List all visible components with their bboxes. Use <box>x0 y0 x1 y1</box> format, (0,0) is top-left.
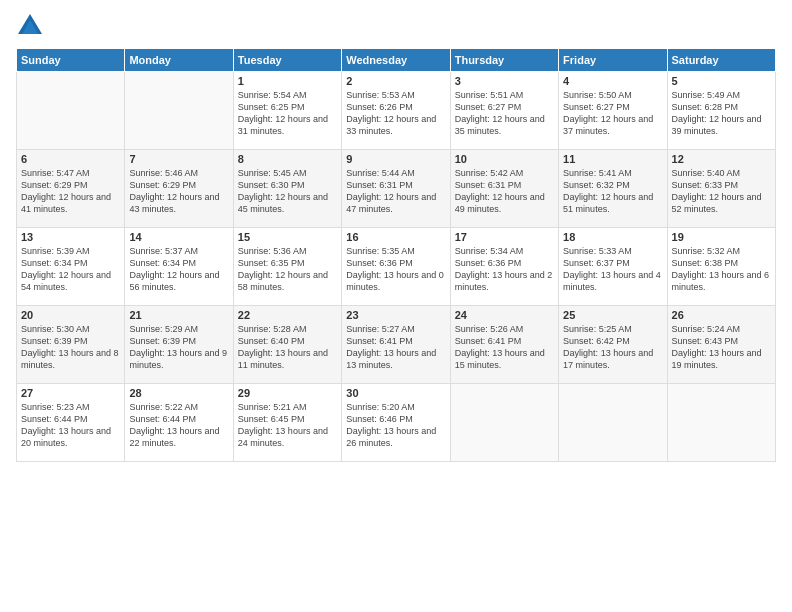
col-header-sunday: Sunday <box>17 49 125 72</box>
day-number: 19 <box>672 231 771 243</box>
day-number: 30 <box>346 387 445 399</box>
day-cell: 20Sunrise: 5:30 AM Sunset: 6:39 PM Dayli… <box>17 306 125 384</box>
day-cell: 7Sunrise: 5:46 AM Sunset: 6:29 PM Daylig… <box>125 150 233 228</box>
day-number: 26 <box>672 309 771 321</box>
day-cell: 18Sunrise: 5:33 AM Sunset: 6:37 PM Dayli… <box>559 228 667 306</box>
day-number: 29 <box>238 387 337 399</box>
day-number: 4 <box>563 75 662 87</box>
day-number: 21 <box>129 309 228 321</box>
day-cell: 2Sunrise: 5:53 AM Sunset: 6:26 PM Daylig… <box>342 72 450 150</box>
day-number: 24 <box>455 309 554 321</box>
week-row-4: 20Sunrise: 5:30 AM Sunset: 6:39 PM Dayli… <box>17 306 776 384</box>
day-cell: 25Sunrise: 5:25 AM Sunset: 6:42 PM Dayli… <box>559 306 667 384</box>
day-number: 11 <box>563 153 662 165</box>
day-cell <box>559 384 667 462</box>
day-info: Sunrise: 5:33 AM Sunset: 6:37 PM Dayligh… <box>563 245 662 294</box>
day-cell: 5Sunrise: 5:49 AM Sunset: 6:28 PM Daylig… <box>667 72 775 150</box>
day-cell: 1Sunrise: 5:54 AM Sunset: 6:25 PM Daylig… <box>233 72 341 150</box>
day-number: 1 <box>238 75 337 87</box>
header <box>16 12 776 40</box>
day-info: Sunrise: 5:28 AM Sunset: 6:40 PM Dayligh… <box>238 323 337 372</box>
logo-icon <box>16 12 44 40</box>
day-number: 10 <box>455 153 554 165</box>
day-number: 12 <box>672 153 771 165</box>
col-header-saturday: Saturday <box>667 49 775 72</box>
day-info: Sunrise: 5:44 AM Sunset: 6:31 PM Dayligh… <box>346 167 445 216</box>
day-number: 20 <box>21 309 120 321</box>
day-info: Sunrise: 5:22 AM Sunset: 6:44 PM Dayligh… <box>129 401 228 450</box>
logo <box>16 12 48 40</box>
day-number: 5 <box>672 75 771 87</box>
day-number: 18 <box>563 231 662 243</box>
col-header-tuesday: Tuesday <box>233 49 341 72</box>
day-number: 17 <box>455 231 554 243</box>
day-info: Sunrise: 5:24 AM Sunset: 6:43 PM Dayligh… <box>672 323 771 372</box>
day-cell: 27Sunrise: 5:23 AM Sunset: 6:44 PM Dayli… <box>17 384 125 462</box>
calendar-table: SundayMondayTuesdayWednesdayThursdayFrid… <box>16 48 776 462</box>
day-info: Sunrise: 5:39 AM Sunset: 6:34 PM Dayligh… <box>21 245 120 294</box>
day-number: 8 <box>238 153 337 165</box>
day-cell: 17Sunrise: 5:34 AM Sunset: 6:36 PM Dayli… <box>450 228 558 306</box>
day-number: 28 <box>129 387 228 399</box>
day-number: 7 <box>129 153 228 165</box>
day-info: Sunrise: 5:49 AM Sunset: 6:28 PM Dayligh… <box>672 89 771 138</box>
header-row: SundayMondayTuesdayWednesdayThursdayFrid… <box>17 49 776 72</box>
day-info: Sunrise: 5:45 AM Sunset: 6:30 PM Dayligh… <box>238 167 337 216</box>
day-cell <box>17 72 125 150</box>
day-cell: 10Sunrise: 5:42 AM Sunset: 6:31 PM Dayli… <box>450 150 558 228</box>
day-info: Sunrise: 5:41 AM Sunset: 6:32 PM Dayligh… <box>563 167 662 216</box>
day-info: Sunrise: 5:37 AM Sunset: 6:34 PM Dayligh… <box>129 245 228 294</box>
day-number: 16 <box>346 231 445 243</box>
day-cell <box>667 384 775 462</box>
col-header-friday: Friday <box>559 49 667 72</box>
day-info: Sunrise: 5:47 AM Sunset: 6:29 PM Dayligh… <box>21 167 120 216</box>
day-info: Sunrise: 5:21 AM Sunset: 6:45 PM Dayligh… <box>238 401 337 450</box>
day-info: Sunrise: 5:35 AM Sunset: 6:36 PM Dayligh… <box>346 245 445 294</box>
day-info: Sunrise: 5:42 AM Sunset: 6:31 PM Dayligh… <box>455 167 554 216</box>
day-info: Sunrise: 5:26 AM Sunset: 6:41 PM Dayligh… <box>455 323 554 372</box>
day-info: Sunrise: 5:25 AM Sunset: 6:42 PM Dayligh… <box>563 323 662 372</box>
day-number: 3 <box>455 75 554 87</box>
col-header-thursday: Thursday <box>450 49 558 72</box>
day-number: 9 <box>346 153 445 165</box>
col-header-monday: Monday <box>125 49 233 72</box>
day-cell: 8Sunrise: 5:45 AM Sunset: 6:30 PM Daylig… <box>233 150 341 228</box>
page: SundayMondayTuesdayWednesdayThursdayFrid… <box>0 0 792 612</box>
day-info: Sunrise: 5:32 AM Sunset: 6:38 PM Dayligh… <box>672 245 771 294</box>
day-number: 27 <box>21 387 120 399</box>
day-number: 6 <box>21 153 120 165</box>
day-info: Sunrise: 5:36 AM Sunset: 6:35 PM Dayligh… <box>238 245 337 294</box>
day-cell: 16Sunrise: 5:35 AM Sunset: 6:36 PM Dayli… <box>342 228 450 306</box>
day-cell: 13Sunrise: 5:39 AM Sunset: 6:34 PM Dayli… <box>17 228 125 306</box>
day-cell: 23Sunrise: 5:27 AM Sunset: 6:41 PM Dayli… <box>342 306 450 384</box>
week-row-1: 1Sunrise: 5:54 AM Sunset: 6:25 PM Daylig… <box>17 72 776 150</box>
day-number: 2 <box>346 75 445 87</box>
day-info: Sunrise: 5:30 AM Sunset: 6:39 PM Dayligh… <box>21 323 120 372</box>
day-info: Sunrise: 5:27 AM Sunset: 6:41 PM Dayligh… <box>346 323 445 372</box>
day-cell: 11Sunrise: 5:41 AM Sunset: 6:32 PM Dayli… <box>559 150 667 228</box>
day-cell: 14Sunrise: 5:37 AM Sunset: 6:34 PM Dayli… <box>125 228 233 306</box>
day-cell: 9Sunrise: 5:44 AM Sunset: 6:31 PM Daylig… <box>342 150 450 228</box>
day-cell: 6Sunrise: 5:47 AM Sunset: 6:29 PM Daylig… <box>17 150 125 228</box>
day-cell: 21Sunrise: 5:29 AM Sunset: 6:39 PM Dayli… <box>125 306 233 384</box>
day-info: Sunrise: 5:23 AM Sunset: 6:44 PM Dayligh… <box>21 401 120 450</box>
day-cell: 26Sunrise: 5:24 AM Sunset: 6:43 PM Dayli… <box>667 306 775 384</box>
day-cell: 29Sunrise: 5:21 AM Sunset: 6:45 PM Dayli… <box>233 384 341 462</box>
day-number: 23 <box>346 309 445 321</box>
week-row-2: 6Sunrise: 5:47 AM Sunset: 6:29 PM Daylig… <box>17 150 776 228</box>
day-cell: 28Sunrise: 5:22 AM Sunset: 6:44 PM Dayli… <box>125 384 233 462</box>
day-number: 13 <box>21 231 120 243</box>
day-cell: 15Sunrise: 5:36 AM Sunset: 6:35 PM Dayli… <box>233 228 341 306</box>
day-cell: 22Sunrise: 5:28 AM Sunset: 6:40 PM Dayli… <box>233 306 341 384</box>
day-number: 15 <box>238 231 337 243</box>
day-cell: 24Sunrise: 5:26 AM Sunset: 6:41 PM Dayli… <box>450 306 558 384</box>
day-cell: 19Sunrise: 5:32 AM Sunset: 6:38 PM Dayli… <box>667 228 775 306</box>
day-info: Sunrise: 5:29 AM Sunset: 6:39 PM Dayligh… <box>129 323 228 372</box>
day-cell: 4Sunrise: 5:50 AM Sunset: 6:27 PM Daylig… <box>559 72 667 150</box>
day-cell: 12Sunrise: 5:40 AM Sunset: 6:33 PM Dayli… <box>667 150 775 228</box>
week-row-3: 13Sunrise: 5:39 AM Sunset: 6:34 PM Dayli… <box>17 228 776 306</box>
day-info: Sunrise: 5:46 AM Sunset: 6:29 PM Dayligh… <box>129 167 228 216</box>
day-number: 25 <box>563 309 662 321</box>
day-info: Sunrise: 5:54 AM Sunset: 6:25 PM Dayligh… <box>238 89 337 138</box>
day-number: 22 <box>238 309 337 321</box>
